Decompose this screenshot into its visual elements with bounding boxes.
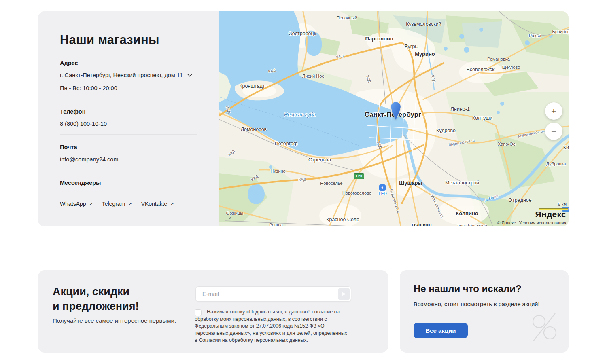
promos-title: Не нашли что искали? [414,283,522,294]
phone-value: 8 (800) 100-10-10 [60,121,107,127]
airport-code-label: LED [379,191,387,196]
subscription-title: Акции, скидкии предложения! [53,285,139,314]
route-e20-badge: E20 [354,173,364,179]
external-link-icon: ↗ [128,201,132,207]
messengers-list: WhatsApp↗Telegram↗VKontakte↗ [60,201,174,207]
page: Наши магазины Адрес г. Санкт-Петербург, … [0,0,607,364]
airport-icon: ✈ [379,184,386,191]
divider [174,270,174,353]
external-link-icon: ↗ [170,201,174,207]
chevron-down-icon [187,74,192,77]
map-scale-label: 6 км [558,202,567,207]
yandex-logo[interactable]: Яндекс [535,210,567,219]
messengers-label: Мессенджеры [60,180,101,186]
subscription-subtitle: Получайте все самое интересное первыми. [53,317,176,324]
address-value: г. Санкт-Петербург, Невский проспект, до… [60,72,183,78]
divider [60,134,197,135]
terms-of-use-link[interactable]: Условия использования [519,220,566,225]
store-info-panel: Наши магазины Адрес г. Санкт-Петербург, … [38,11,219,226]
email-label: Почта [60,144,77,150]
map-pin[interactable] [390,102,401,121]
messenger-link-telegram[interactable]: Telegram↗ [102,201,132,207]
yandex-map[interactable]: ПесочныйКузьмоловскийСестрорецкПарголово… [219,11,569,226]
external-link-icon: ↗ [89,201,93,207]
divider [60,99,197,99]
all-promos-button[interactable]: Все акции [414,323,468,338]
address-label: Адрес [60,60,78,66]
map-copyright: © Яндекс [497,220,516,225]
map-zoom-in-button[interactable]: + [545,102,562,120]
map-attribution: © ЯндексУсловия использования [497,220,566,225]
divider [60,170,197,170]
send-icon [341,292,347,296]
store-hours: Пн - Вс: 10:00 - 20:00 [60,85,117,91]
messenger-link-whatsapp[interactable]: WhatsApp↗ [60,201,93,207]
map-expand-icon[interactable]: ↙ [229,215,232,220]
promos-section: Не нашли что искали? Возможно, стоит пос… [400,270,569,353]
map-zoom-out-button[interactable]: − [545,123,562,140]
messenger-link-vkontakte[interactable]: VKontakte↗ [141,201,174,207]
page-title: Наши магазины [60,33,159,47]
stores-section: Наши магазины Адрес г. Санкт-Петербург, … [38,11,569,226]
consent-text: Нажимая кнопку «Подписаться», я даю своё… [195,309,348,344]
email-input[interactable] [195,286,351,302]
phone-label: Телефон [60,108,85,115]
address-selector[interactable]: г. Санкт-Петербург, Невский проспект, до… [60,72,192,78]
subscription-section: Акции, скидкии предложения! Получайте вс… [38,270,388,353]
percent-icon [529,311,559,345]
email-value: info@company24.com [60,156,118,163]
promos-subtitle: Возможно, стоит посмотреть в разделе акц… [414,301,539,307]
subscribe-send-button[interactable] [338,288,350,300]
